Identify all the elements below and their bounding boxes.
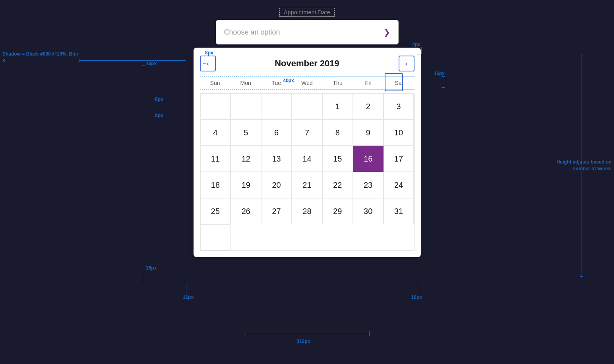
day-cell-27[interactable]: 27 <box>261 198 292 224</box>
day-cell-17[interactable]: 17 <box>384 146 414 172</box>
day-cell-23[interactable]: 23 <box>353 172 384 198</box>
day-cell-31[interactable]: 31 <box>384 198 414 224</box>
annotation-16px-bottom-left: 16px <box>146 265 157 271</box>
day-cell-21[interactable]: 21 <box>292 172 322 198</box>
day-thu: Thu <box>322 80 353 86</box>
table-row-empty <box>200 224 231 250</box>
day-cell-24[interactable]: 24 <box>384 172 414 198</box>
day-cell-16-selected[interactable]: 16 <box>353 146 384 172</box>
day-cell-30[interactable]: 30 <box>353 198 384 224</box>
day-cell-4[interactable]: 4 <box>200 119 231 146</box>
table-row <box>261 93 292 119</box>
day-mon: Mon <box>230 80 261 86</box>
day-cell-26[interactable]: 26 <box>230 198 261 224</box>
day-cell-7[interactable]: 7 <box>292 119 322 146</box>
day-cell-11[interactable]: 11 <box>200 146 231 172</box>
annotation-8px-header-b: 8px <box>155 113 163 118</box>
annotation-16px-right: 16px <box>434 71 445 76</box>
day-cell-10[interactable]: 10 <box>384 119 414 146</box>
annotation-312px: 312px <box>297 339 310 344</box>
day-names-header: Sun Mon Tue Wed Thu Fri Sat <box>200 76 414 90</box>
annotation-16px-bottom-tick-right: 16px <box>411 295 422 300</box>
date-dropdown[interactable]: Choose an option ❯ <box>216 20 399 44</box>
day-cell-15[interactable]: 15 <box>322 146 353 172</box>
prev-icon: ‹ <box>207 60 209 68</box>
next-icon: › <box>405 60 408 68</box>
calendar-panel: ‹ November 2019 › Sun Mon Tue Wed Thu Fr… <box>194 48 421 257</box>
day-fri: Fri <box>353 80 384 86</box>
table-row <box>230 93 261 119</box>
day-cell-12[interactable]: 12 <box>230 146 261 172</box>
day-cell-18[interactable]: 18 <box>200 172 231 198</box>
annotation-4px: 4px <box>412 42 420 47</box>
day-cell-2[interactable]: 2 <box>353 93 384 119</box>
next-month-button[interactable]: › <box>399 56 414 71</box>
day-cell-5[interactable]: 5 <box>230 119 261 146</box>
month-year-label: November 2019 <box>275 58 339 69</box>
day-cell-3[interactable]: 3 <box>384 93 414 119</box>
annotation-16px-left: 16px <box>146 61 157 66</box>
height-annotation: Height adjusts based on number of weeks <box>556 159 612 172</box>
annotation-16px-bottom-tick-left: 16px <box>183 295 194 300</box>
day-cell-14[interactable]: 14 <box>292 146 322 172</box>
annotation-8px-top: 8px <box>205 50 213 56</box>
day-cell-1[interactable]: 1 <box>322 93 353 119</box>
day-sat: Sat <box>384 80 414 86</box>
day-cell-8[interactable]: 8 <box>322 119 353 146</box>
calendar-grid: 1 2 3 4 5 6 7 8 9 10 11 12 13 14 15 16 1… <box>200 93 414 251</box>
day-cell-19[interactable]: 19 <box>230 172 261 198</box>
day-cell-22[interactable]: 22 <box>322 172 353 198</box>
day-cell-13[interactable]: 13 <box>261 146 292 172</box>
day-cell-29[interactable]: 29 <box>322 198 353 224</box>
annotation-8px-header-a: 8px <box>155 96 163 102</box>
day-cell-6[interactable]: 6 <box>261 119 292 146</box>
day-sun: Sun <box>200 80 230 86</box>
calendar-header: ‹ November 2019 › <box>200 54 414 73</box>
dropdown-chevron-icon: ❯ <box>384 27 390 37</box>
shadow-annotation: Shadow = Black #000 @10%, Blur 8 <box>2 51 82 64</box>
table-row <box>292 93 322 119</box>
day-cell-28[interactable]: 28 <box>292 198 322 224</box>
appointment-date-label: Appointment Date <box>279 8 335 17</box>
day-cell-9[interactable]: 9 <box>353 119 384 146</box>
annotation-40px: 40px <box>283 78 294 83</box>
table-row <box>200 93 231 119</box>
day-cell-25[interactable]: 25 <box>200 198 231 224</box>
day-wed: Wed <box>292 80 322 86</box>
dropdown-placeholder: Choose an option <box>224 28 280 37</box>
prev-month-button[interactable]: ‹ <box>200 56 216 71</box>
day-cell-20[interactable]: 20 <box>261 172 292 198</box>
